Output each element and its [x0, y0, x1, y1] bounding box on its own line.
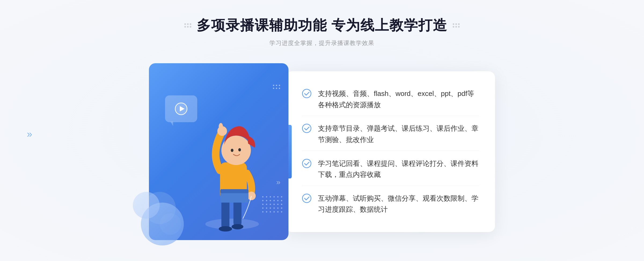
feature-text-3: 学习笔记回看、课程提问、课程评论打分、课件资料下载，重点内容收藏 — [318, 158, 479, 180]
feature-text-1: 支持视频、音频、flash、word、excel、ppt、pdf等各种格式的资源… — [318, 88, 479, 110]
svg-point-10 — [238, 148, 241, 151]
features-card-wrapper: 支持视频、音频、flash、word、excel、ppt、pdf等各种格式的资源… — [288, 71, 495, 232]
feature-text-2: 支持章节目录、弹题考试、课后练习、课后作业、章节测验、批改作业 — [318, 123, 479, 145]
play-bubble — [165, 95, 197, 122]
svg-point-5 — [219, 226, 232, 232]
svg-point-16 — [302, 89, 311, 98]
double-arrow-icon: » — [276, 178, 280, 187]
person-figure — [195, 101, 275, 240]
left-decorator — [184, 23, 191, 28]
svg-point-6 — [232, 224, 243, 229]
page-subtitle: 学习进度全掌握，提升录播课教学效果 — [184, 39, 460, 47]
left-arrow-decoration: » — [27, 129, 32, 140]
content-area: » — [134, 63, 510, 240]
feature-item-1: 支持视频、音频、flash、word、excel、ppt、pdf等各种格式的资源… — [302, 83, 479, 116]
svg-point-19 — [302, 194, 311, 203]
features-card: 支持视频、音频、flash、word、excel、ppt、pdf等各种格式的资源… — [286, 71, 495, 232]
svg-rect-15 — [220, 189, 248, 193]
feature-item-2: 支持章节目录、弹题考试、课后练习、课后作业、章节测验、批改作业 — [302, 118, 479, 151]
page-container: 多项录播课辅助功能 专为线上教学打造 学习进度全掌握，提升录播课教学效果 — [0, 0, 644, 261]
check-icon-2 — [302, 124, 312, 133]
svg-point-18 — [302, 159, 311, 168]
svg-point-12 — [219, 123, 223, 130]
page-title: 多项录播课辅助功能 专为线上教学打造 — [197, 16, 447, 35]
illustration-card: » — [149, 63, 288, 240]
title-with-decorators: 多项录播课辅助功能 专为线上教学打造 — [184, 16, 460, 35]
svg-point-17 — [302, 124, 311, 133]
header-section: 多项录播课辅助功能 专为线上教学打造 学习进度全掌握，提升录播课教学效果 — [184, 16, 460, 47]
right-decorator — [453, 23, 460, 28]
feature-item-4: 互动弹幕、试听购买、微信分享、观看次数限制、学习进度跟踪、数据统计 — [302, 188, 479, 221]
person-illustration — [195, 101, 270, 235]
feature-text-4: 互动弹幕、试听购买、微信分享、观看次数限制、学习进度跟踪、数据统计 — [318, 193, 479, 215]
feature-item-3: 学习笔记回看、课程提问、课程评论打分、课件资料下载，重点内容收藏 — [302, 153, 479, 186]
check-icon-3 — [302, 159, 312, 168]
deco-circle-small — [133, 192, 160, 219]
play-icon — [174, 102, 188, 115]
features-card-accent — [288, 125, 292, 178]
check-icon-1 — [302, 89, 312, 98]
check-icon-4 — [302, 193, 312, 203]
illus-arrows: » — [276, 178, 280, 187]
svg-point-9 — [231, 149, 233, 152]
illus-dots-top-right — [273, 85, 280, 89]
